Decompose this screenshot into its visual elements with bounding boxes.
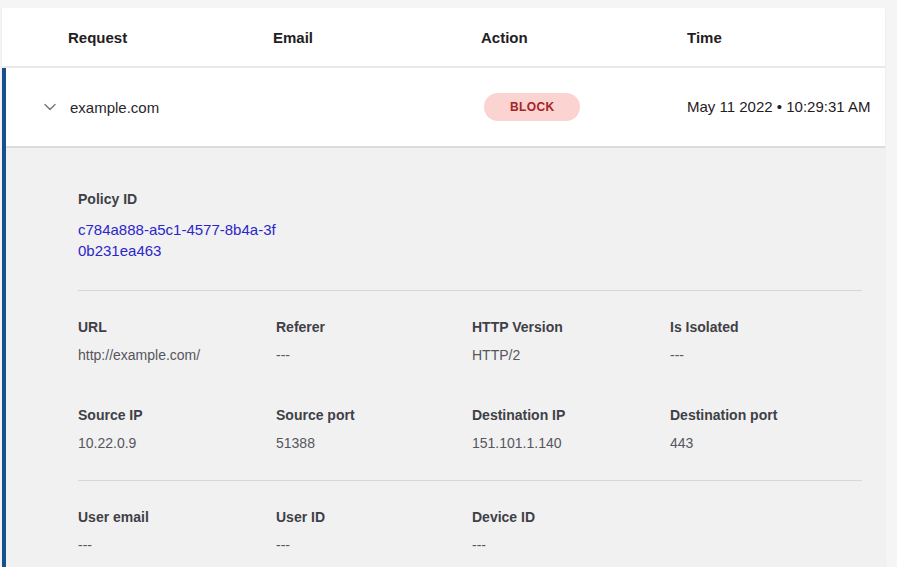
expanded-row-container: example.com BLOCK May 11 2022 • 10:29:31… — [2, 68, 885, 567]
details-row-user: User email --- User ID --- Device ID --- — [78, 509, 862, 553]
field-user-id-value: --- — [276, 537, 472, 553]
field-destination-port-value: 443 — [670, 435, 862, 451]
field-destination-ip: Destination IP 151.101.1.140 — [472, 407, 670, 451]
details-row-network: Source IP 10.22.0.9 Source port 51388 De… — [78, 407, 862, 451]
field-url-value: http://example.com/ — [78, 347, 276, 363]
field-destination-ip-label: Destination IP — [472, 407, 670, 423]
table-row[interactable]: example.com BLOCK May 11 2022 • 10:29:31… — [6, 68, 885, 146]
field-device-id-value: --- — [472, 537, 670, 553]
field-referer-value: --- — [276, 347, 472, 363]
field-referer: Referer --- — [276, 319, 472, 363]
column-header-email: Email — [273, 29, 481, 46]
field-destination-port-label: Destination port — [670, 407, 862, 423]
field-http-version-value: HTTP/2 — [472, 347, 670, 363]
timestamp: May 11 2022 • 10:29:31 AM — [687, 95, 883, 119]
field-user-id-label: User ID — [276, 509, 472, 525]
field-source-port: Source port 51388 — [276, 407, 472, 451]
field-source-ip-value: 10.22.0.9 — [78, 435, 276, 451]
table-header-row: Request Email Action Time — [2, 8, 885, 68]
chevron-down-icon[interactable] — [42, 99, 58, 115]
field-device-id-label: Device ID — [472, 509, 670, 525]
column-header-time: Time — [687, 29, 885, 46]
log-table-card: Request Email Action Time example.com BL… — [2, 8, 885, 567]
field-http-version: HTTP Version HTTP/2 — [472, 319, 670, 363]
request-domain: example.com — [70, 99, 273, 116]
field-user-email-value: --- — [78, 537, 276, 553]
column-header-action: Action — [481, 29, 687, 46]
status-badge-block: BLOCK — [484, 93, 580, 121]
field-destination-port: Destination port 443 — [670, 407, 862, 451]
field-source-ip-label: Source IP — [78, 407, 276, 423]
field-source-ip: Source IP 10.22.0.9 — [78, 407, 276, 451]
field-empty — [670, 509, 862, 553]
field-is-isolated: Is Isolated --- — [670, 319, 862, 363]
field-http-version-label: HTTP Version — [472, 319, 670, 335]
field-user-id: User ID --- — [276, 509, 472, 553]
field-source-port-label: Source port — [276, 407, 472, 423]
row-details-panel: Policy ID c784a888-a5c1-4577-8b4a-3f0b23… — [6, 146, 885, 567]
field-source-port-value: 51388 — [276, 435, 472, 451]
details-row-http: URL http://example.com/ Referer --- HTTP… — [78, 319, 862, 363]
section-divider — [78, 290, 862, 291]
section-divider — [78, 480, 862, 481]
field-destination-ip-value: 151.101.1.140 — [472, 435, 670, 451]
action-cell: BLOCK — [481, 93, 687, 121]
field-device-id: Device ID --- — [472, 509, 670, 553]
field-url-label: URL — [78, 319, 276, 335]
field-user-email: User email --- — [78, 509, 276, 553]
field-user-email-label: User email — [78, 509, 276, 525]
field-url: URL http://example.com/ — [78, 319, 276, 363]
policy-id-label: Policy ID — [78, 191, 862, 207]
policy-id-group: Policy ID c784a888-a5c1-4577-8b4a-3f0b23… — [78, 191, 862, 261]
column-header-request: Request — [68, 29, 273, 46]
field-is-isolated-value: --- — [670, 347, 862, 363]
field-is-isolated-label: Is Isolated — [670, 319, 862, 335]
field-referer-label: Referer — [276, 319, 472, 335]
policy-id-link[interactable]: c784a888-a5c1-4577-8b4a-3f0b231ea463 — [78, 219, 276, 261]
